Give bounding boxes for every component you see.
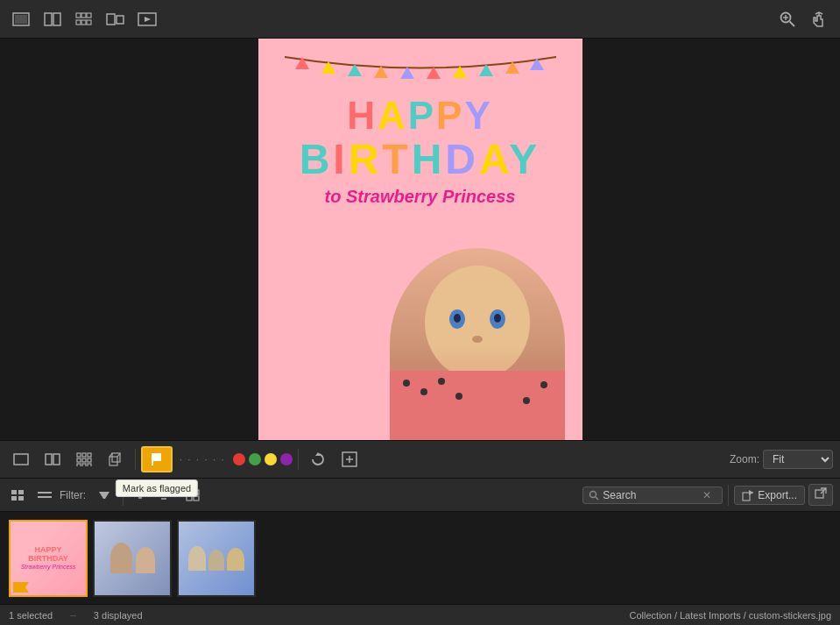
zoom-area: Zoom: Fit 25% 50% 75% 100% 150% 200%	[730, 450, 833, 469]
subtitle-text: to Strawberry Princess	[300, 187, 541, 207]
svg-line-69	[596, 497, 598, 500]
svg-rect-11	[116, 16, 124, 24]
open-external-btn[interactable]	[808, 484, 833, 506]
svg-rect-1	[15, 15, 27, 24]
export-btn[interactable]: Export...	[734, 486, 805, 505]
compare-view-btn[interactable]	[39, 5, 67, 33]
svg-rect-52	[11, 496, 17, 501]
thumbnail-3[interactable]	[177, 520, 256, 597]
birthday-text: BIRTHDAY	[300, 137, 541, 183]
edit-btn[interactable]	[335, 445, 364, 473]
separator-1	[135, 449, 136, 470]
happy-text: HAPPY	[300, 95, 541, 137]
status-displayed: 3 displayed	[94, 610, 143, 621]
svg-rect-8	[81, 20, 86, 25]
svg-rect-36	[88, 458, 91, 462]
color-red[interactable]	[233, 453, 245, 465]
export-icon	[742, 489, 754, 501]
color-yellow[interactable]	[265, 453, 277, 465]
separator-2	[298, 449, 299, 470]
slideshow-btn[interactable]	[133, 5, 161, 33]
svg-rect-4	[76, 13, 81, 18]
svg-marker-13	[145, 17, 151, 22]
status-selected: 1 selected	[9, 610, 53, 621]
svg-rect-3	[53, 13, 60, 25]
info-btn[interactable]	[102, 445, 130, 473]
birthday-card-image: HAPPY BIRTHDAY to Strawberry Princess	[258, 39, 582, 440]
svg-rect-44	[152, 453, 161, 461]
svg-rect-10	[107, 14, 115, 25]
svg-rect-31	[77, 453, 81, 457]
thumbnail-1[interactable]: HAPPYBIRTHDAY Strawberry Princess	[9, 520, 88, 597]
svg-rect-40	[109, 457, 117, 465]
separator-3	[123, 485, 124, 506]
svg-marker-63	[169, 494, 173, 496]
rotate-btn[interactable]	[304, 445, 332, 473]
sort-btn[interactable]	[155, 481, 178, 509]
svg-rect-30	[53, 454, 60, 465]
svg-rect-64	[187, 490, 192, 494]
thumb-single-btn[interactable]	[7, 445, 35, 473]
single-image-view-btn[interactable]	[7, 5, 35, 33]
flag-btn[interactable]	[141, 446, 173, 472]
export-label: Export...	[758, 489, 797, 501]
thumb-grid-btn[interactable]	[70, 445, 98, 473]
color-green[interactable]	[249, 453, 261, 465]
search-clear-btn[interactable]: ✕	[702, 489, 711, 501]
svg-rect-67	[194, 496, 199, 501]
dots-area: · · · · · ·	[180, 455, 226, 465]
zoom-tool-btn[interactable]	[773, 5, 801, 33]
svg-rect-34	[77, 458, 81, 462]
thumbnail-grid-btn[interactable]	[7, 484, 30, 507]
svg-rect-66	[187, 496, 192, 501]
svg-rect-33	[88, 453, 91, 457]
flag-btn-wrapper: Mark as flagged	[141, 446, 173, 472]
svg-rect-2	[45, 13, 52, 25]
svg-rect-39	[88, 464, 91, 466]
thumb-compare-btn[interactable]	[39, 445, 67, 473]
svg-rect-70	[743, 493, 750, 501]
svg-rect-73	[815, 490, 823, 498]
list-view-btn[interactable]	[33, 484, 56, 507]
filter-dropdown-btn[interactable]	[91, 481, 117, 509]
thumbnails-strip: HAPPYBIRTHDAY Strawberry Princess	[0, 512, 840, 604]
status-bar: 1 selected – 3 displayed Collection / La…	[0, 604, 840, 625]
search-box: ✕	[582, 487, 723, 504]
thumb-flag-1	[13, 582, 25, 593]
group-btn[interactable]	[181, 481, 204, 509]
grid-view-btn[interactable]	[70, 5, 98, 33]
bunting-decoration	[276, 48, 565, 83]
card-title-area: HAPPY BIRTHDAY to Strawberry Princess	[300, 95, 541, 207]
filter-toolbar: Filter: ✕ Export...	[0, 479, 840, 512]
zoom-label: Zoom:	[730, 453, 759, 465]
baby-photo	[390, 248, 565, 440]
svg-rect-29	[46, 454, 52, 465]
svg-rect-65	[194, 490, 199, 494]
main-content-area: 🍓 🍓 🍓 🍓 🍓 🍓 🍓 🍓 🍓	[0, 39, 840, 440]
svg-rect-37	[77, 464, 81, 466]
svg-rect-28	[14, 454, 28, 465]
pan-tool-btn[interactable]	[805, 5, 833, 33]
filter-icon-btn[interactable]	[129, 481, 152, 509]
svg-marker-56	[99, 492, 109, 499]
separator-4	[728, 485, 729, 506]
dual-display-btn[interactable]	[102, 5, 130, 33]
svg-rect-51	[18, 490, 24, 494]
zoom-select[interactable]: Fit 25% 50% 75% 100% 150% 200%	[763, 450, 833, 469]
middle-toolbar: Mark as flagged · · · · · · Zoom: Fit 25…	[0, 440, 840, 479]
svg-rect-9	[87, 20, 91, 25]
thumb-image-3	[179, 522, 254, 595]
search-icon	[589, 490, 599, 501]
svg-rect-35	[82, 458, 86, 462]
top-toolbar	[0, 0, 840, 39]
search-input[interactable]	[603, 489, 699, 501]
svg-rect-6	[87, 13, 91, 18]
filter-label: Filter:	[60, 489, 86, 501]
status-separator: –	[70, 609, 76, 621]
image-preview-wrapper: 🍓 🍓 🍓 🍓 🍓 🍓 🍓 🍓 🍓	[258, 39, 582, 440]
svg-rect-50	[11, 490, 17, 494]
color-purple[interactable]	[280, 453, 293, 465]
status-path: Collection / Latest Imports / custom-sti…	[630, 610, 831, 621]
thumb-image-2	[95, 522, 170, 595]
thumbnail-2[interactable]	[93, 520, 172, 597]
